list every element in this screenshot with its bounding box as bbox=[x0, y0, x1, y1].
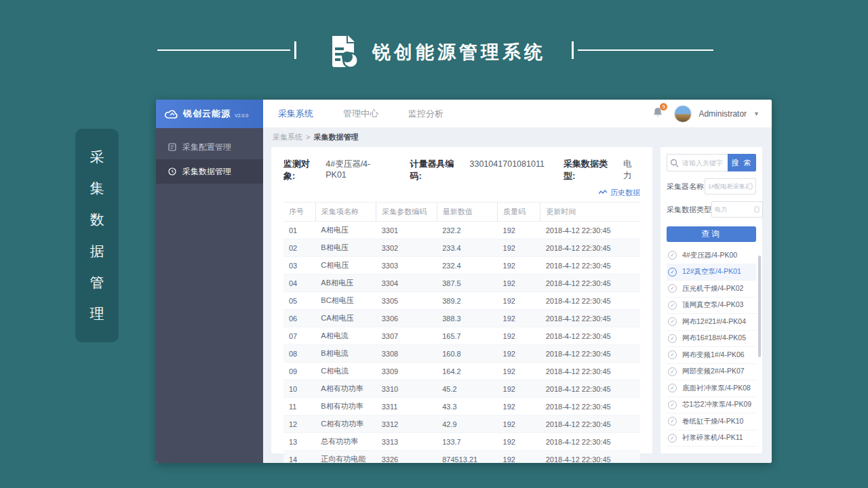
table-row: 08B相电流3308160.81922018-4-12 22:30:45 bbox=[283, 345, 640, 363]
table-cell: 02 bbox=[283, 239, 315, 257]
device-item[interactable]: ✓衬浆碎浆机/4-PK11 bbox=[667, 430, 756, 447]
monitor-label: 监测对象: bbox=[283, 158, 321, 182]
device-item[interactable]: ✓底面衬冲浆泵/4-PK08 bbox=[667, 380, 756, 397]
device-item[interactable]: ✓4#变压器/4-PK00 bbox=[667, 247, 756, 264]
vertical-tab-char: 理 bbox=[90, 304, 104, 323]
table-cell: 2018-4-12 22:30:45 bbox=[540, 222, 640, 239]
collector-value: 1#配电柜采集器 bbox=[708, 182, 747, 191]
table-cell: 192 bbox=[498, 239, 540, 257]
table-cell: 3307 bbox=[376, 327, 437, 345]
monitor-info-row: 监测对象: 4#变压器/4-PK01 计量器具编码: 3301041701081… bbox=[283, 158, 640, 182]
datatype-select[interactable]: 电力 bbox=[711, 201, 763, 218]
app-window: 锐创云能源 V2.0.0 采集配置管理 bbox=[156, 100, 772, 463]
search-button[interactable]: 搜 索 bbox=[728, 154, 756, 171]
device-item[interactable]: ✓压光机干燥/4-PK02 bbox=[667, 281, 756, 298]
table-row: 01A相电压3301232.21922018-4-12 22:30:45 bbox=[283, 222, 640, 239]
vertical-tab-char: 据 bbox=[90, 242, 104, 261]
avatar[interactable] bbox=[674, 105, 692, 123]
table-cell: 07 bbox=[283, 327, 315, 345]
table-cell: 3304 bbox=[376, 274, 437, 292]
chevron-down-icon[interactable]: ▼ bbox=[753, 110, 760, 117]
table-row: 13总有功功率3313133.71922018-4-12 22:30:45 bbox=[283, 433, 640, 451]
config-icon bbox=[168, 143, 176, 151]
line-chart-icon bbox=[599, 190, 608, 195]
table-cell: 2018-4-12 22:30:45 bbox=[540, 451, 640, 464]
device-label: 4#变压器/4-PK00 bbox=[682, 251, 737, 260]
table-cell: 133.7 bbox=[437, 433, 497, 451]
vertical-tab-char: 管 bbox=[90, 273, 104, 292]
data-card: 监测对象: 4#变压器/4-PK01 计量器具编码: 3301041701081… bbox=[271, 147, 652, 453]
table-cell: 2018-4-12 22:30:45 bbox=[540, 257, 640, 274]
table-row: 07A相电流3307165.71922018-4-12 22:30:45 bbox=[283, 327, 640, 345]
table-cell: 192 bbox=[498, 415, 540, 433]
table-cell: 01 bbox=[283, 222, 315, 239]
device-item[interactable]: ✓网部变频2#/4-PK07 bbox=[667, 364, 756, 381]
table-cell: 2018-4-12 22:30:45 bbox=[540, 433, 640, 451]
table-cell: 43.3 bbox=[437, 398, 497, 415]
device-item[interactable]: ✓顶网真空泵/4-PK03 bbox=[667, 298, 756, 314]
sidebar-item-collect-config[interactable]: 采集配置管理 bbox=[156, 135, 263, 159]
table-header-row: 序号采集项名称采集参数编码最新数值质量码更新时间 bbox=[283, 203, 640, 222]
table-cell: 233.4 bbox=[437, 239, 497, 257]
query-button[interactable]: 查询 bbox=[667, 226, 756, 242]
table-cell: 03 bbox=[283, 257, 315, 274]
select-icon bbox=[754, 206, 760, 213]
table-cell: 2018-4-12 22:30:45 bbox=[540, 239, 640, 257]
table-cell: 2018-4-12 22:30:45 bbox=[540, 310, 640, 327]
table-cell: 192 bbox=[498, 327, 540, 345]
check-circle-icon: ✓ bbox=[668, 367, 677, 376]
top-nav: 采集系统管理中心监控分析 bbox=[278, 108, 443, 120]
check-circle-icon: ✓ bbox=[668, 317, 677, 326]
sidebar-item-label: 采集配置管理 bbox=[182, 142, 231, 153]
search-row: 搜 索 bbox=[667, 154, 756, 171]
device-label: 网部变频2#/4-PK07 bbox=[682, 367, 745, 376]
device-list: ✓4#变压器/4-PK00✓12#真空泵/4-PK01✓压光机干燥/4-PK02… bbox=[667, 247, 756, 447]
vertical-tab-char: 集 bbox=[90, 179, 104, 198]
column-header: 序号 bbox=[283, 203, 315, 222]
collector-label: 采集器名称 bbox=[667, 182, 704, 192]
brand-name: 锐创云能源 bbox=[183, 108, 231, 120]
notification-bell-icon[interactable]: 5 bbox=[652, 106, 663, 121]
nav-item-2[interactable]: 监控分析 bbox=[408, 108, 443, 120]
collector-select[interactable]: 1#配电柜采集器 bbox=[705, 178, 756, 195]
table-cell: 874513.21 bbox=[437, 451, 497, 464]
column-header: 更新时间 bbox=[540, 203, 640, 222]
device-item[interactable]: ✓网布12#21#/4-PK04 bbox=[667, 314, 756, 331]
cloud-logo-icon bbox=[164, 109, 179, 119]
top-navbar: 采集系统管理中心监控分析 5 Administrator ▼ bbox=[263, 100, 772, 128]
device-item[interactable]: ✓网布变频1#/4-PK06 bbox=[667, 347, 756, 364]
check-circle-icon: ✓ bbox=[668, 301, 677, 310]
collect-data-table: 序号采集项名称采集参数编码最新数值质量码更新时间 01A相电压3301232.2… bbox=[283, 202, 640, 463]
device-label: 网布12#21#/4-PK04 bbox=[682, 317, 746, 327]
datatype-value: 电力 bbox=[623, 159, 640, 182]
table-cell: C相电流 bbox=[315, 363, 376, 380]
column-header: 采集项名称 bbox=[315, 203, 376, 222]
sidebar-item-label: 采集数据管理 bbox=[182, 166, 231, 178]
table-row: 06CA相电压3306388.31922018-4-12 22:30:45 bbox=[283, 310, 640, 327]
table-cell: 45.2 bbox=[437, 380, 497, 398]
table-cell: 2018-4-12 22:30:45 bbox=[540, 380, 640, 398]
check-circle-icon: ✓ bbox=[668, 251, 677, 260]
content-area: 采集系统 > 采集数据管理 监测对象: 4#变压器/4-PK01 计量器具编码:… bbox=[263, 128, 772, 463]
table-cell: 14 bbox=[283, 451, 315, 464]
select-icon bbox=[747, 183, 753, 190]
history-data-link[interactable]: 历史数据 bbox=[599, 188, 640, 198]
device-item[interactable]: ✓芯1芯2冲浆泵/4-PK09 bbox=[667, 397, 756, 414]
check-circle-icon: ✓ bbox=[668, 384, 677, 392]
table-cell: 3301 bbox=[376, 222, 437, 239]
table-cell: 04 bbox=[283, 274, 315, 292]
scrollbar-thumb[interactable] bbox=[758, 256, 761, 357]
nav-item-1[interactable]: 管理中心 bbox=[343, 108, 378, 120]
nav-item-0[interactable]: 采集系统 bbox=[278, 108, 313, 120]
meter-code-value: 3301041701081011 bbox=[470, 159, 545, 169]
device-item[interactable]: ✓网布16#18#/4-PK05 bbox=[667, 331, 756, 348]
table-cell: B相电流 bbox=[315, 345, 376, 363]
sidebar-item-collect-data[interactable]: 采集数据管理 bbox=[156, 159, 263, 184]
table-cell: 192 bbox=[498, 380, 540, 398]
breadcrumb-parent[interactable]: 采集系统 bbox=[273, 132, 302, 142]
username: Administrator bbox=[698, 109, 747, 119]
collector-field: 采集器名称 1#配电柜采集器 bbox=[667, 178, 756, 195]
table-cell: A相电流 bbox=[315, 327, 376, 345]
device-item[interactable]: ✓卷纸缸干燥/4-PK10 bbox=[667, 413, 756, 430]
device-item[interactable]: ✓12#真空泵/4-PK01 bbox=[667, 264, 756, 281]
